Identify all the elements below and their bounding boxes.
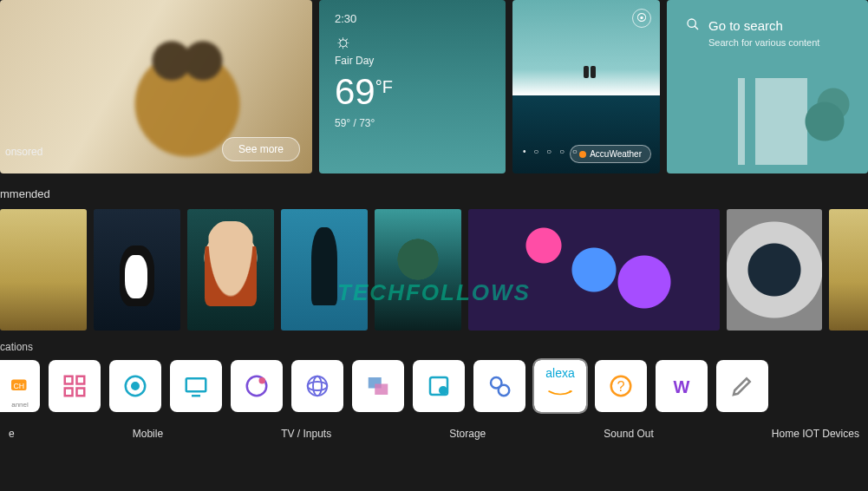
svg-point-16 bbox=[313, 376, 322, 396]
app-alexa[interactable]: alexa bbox=[534, 360, 586, 412]
svg-text:?: ? bbox=[617, 378, 624, 394]
weather-hilo: 59° / 73° bbox=[335, 117, 490, 129]
svg-text:CH: CH bbox=[13, 382, 24, 390]
app-edit[interactable] bbox=[716, 360, 768, 412]
menu-home-iot[interactable]: Home IOT Devices bbox=[772, 428, 859, 440]
app-notifications[interactable] bbox=[231, 360, 283, 412]
svg-point-14 bbox=[308, 376, 328, 396]
menu-storage[interactable]: Storage bbox=[449, 428, 486, 440]
svg-point-15 bbox=[308, 382, 328, 390]
svg-rect-7 bbox=[77, 389, 85, 396]
sun-icon: ☼ bbox=[335, 30, 490, 53]
app-browser[interactable] bbox=[291, 360, 343, 412]
app-home-hub[interactable] bbox=[109, 360, 161, 412]
weather-time: 2:30 bbox=[335, 12, 490, 25]
svg-point-22 bbox=[499, 385, 510, 396]
sponsored-label: onsored bbox=[0, 146, 48, 158]
weather-unit: °F bbox=[375, 77, 393, 96]
menu-tv-inputs[interactable]: TV / Inputs bbox=[281, 428, 331, 440]
apps-row: CH annel alexa ? W bbox=[0, 360, 868, 412]
svg-rect-4 bbox=[65, 376, 73, 384]
search-title: Go to search bbox=[708, 18, 783, 33]
bottom-menu: e Mobile TV / Inputs Storage Sound Out H… bbox=[0, 412, 868, 440]
accuweather-button[interactable]: AccuWeather bbox=[570, 145, 651, 163]
search-subtitle: Search for various content bbox=[708, 37, 849, 48]
svg-rect-6 bbox=[65, 389, 73, 396]
applications-label: cations bbox=[0, 341, 868, 353]
location-icon[interactable]: ⦿ bbox=[632, 9, 651, 28]
see-more-button[interactable]: See more bbox=[222, 137, 300, 161]
search-icon bbox=[686, 17, 700, 34]
weather-description: Fair Day bbox=[335, 55, 490, 67]
app-storage[interactable] bbox=[413, 360, 465, 412]
landscape-card[interactable]: ⦿ • ○ ○ ○ ○ AccuWeather bbox=[512, 0, 660, 173]
svg-point-13 bbox=[259, 377, 266, 384]
app-w[interactable]: W bbox=[656, 360, 708, 412]
reco-tile[interactable] bbox=[281, 209, 368, 331]
reco-tile[interactable] bbox=[0, 209, 87, 331]
reco-tile[interactable] bbox=[375, 209, 461, 331]
app-channel[interactable]: CH annel bbox=[0, 360, 40, 412]
menu-mobile[interactable]: Mobile bbox=[133, 428, 163, 440]
svg-rect-5 bbox=[77, 376, 85, 384]
svg-rect-10 bbox=[186, 378, 206, 391]
reco-tile[interactable] bbox=[468, 209, 720, 331]
recommended-row bbox=[0, 209, 868, 331]
app-media[interactable] bbox=[352, 360, 404, 412]
svg-text:W: W bbox=[674, 377, 690, 396]
svg-point-0 bbox=[688, 19, 695, 27]
alexa-label: alexa bbox=[545, 366, 574, 380]
app-sound[interactable] bbox=[473, 360, 525, 412]
menu-sound-out[interactable]: Sound Out bbox=[604, 428, 653, 440]
reco-tile[interactable] bbox=[187, 209, 274, 331]
sponsored-card[interactable]: onsored See more bbox=[0, 0, 312, 173]
svg-point-20 bbox=[440, 387, 447, 394]
weather-card[interactable]: 2:30 ☼ Fair Day 69°F 59° / 73° bbox=[319, 0, 506, 173]
menu-home[interactable]: e bbox=[9, 428, 15, 440]
recommended-label: mmended bbox=[0, 187, 868, 200]
reco-tile[interactable] bbox=[727, 209, 822, 331]
reco-tile[interactable] bbox=[94, 209, 180, 331]
app-dashboard[interactable] bbox=[49, 360, 101, 412]
alexa-smile-icon bbox=[547, 380, 573, 406]
app-help[interactable]: ? bbox=[595, 360, 647, 412]
reco-tile[interactable] bbox=[829, 209, 868, 331]
svg-point-9 bbox=[132, 383, 139, 390]
search-card[interactable]: Go to search Search for various content bbox=[667, 0, 868, 173]
app-tv[interactable] bbox=[170, 360, 222, 412]
svg-rect-18 bbox=[375, 384, 388, 396]
weather-temp-row: 69°F bbox=[335, 74, 490, 110]
weather-temperature: 69 bbox=[335, 71, 375, 112]
svg-line-1 bbox=[695, 26, 698, 29]
